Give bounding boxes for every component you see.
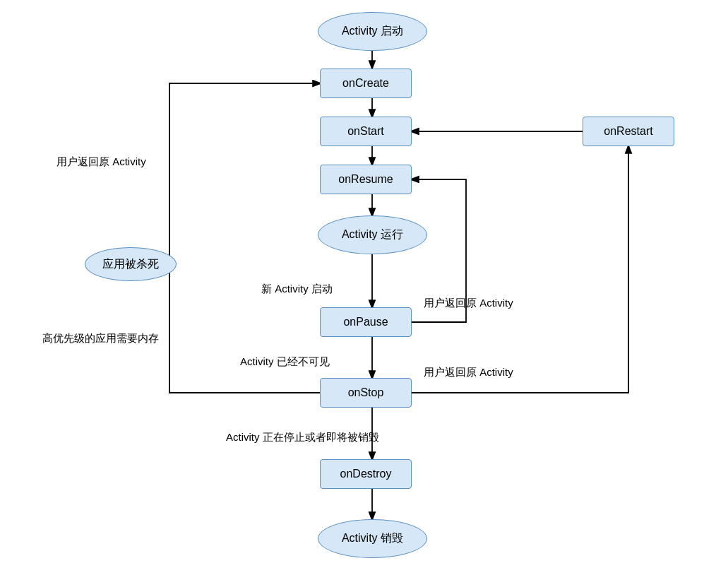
- label-activity-stopping: Activity 正在停止或者即将被销毁: [226, 431, 379, 444]
- onstart-node: onStart: [320, 117, 412, 146]
- oncreate-node: onCreate: [320, 69, 412, 98]
- onstop-node: onStop: [320, 378, 412, 408]
- onrestart-node: onRestart: [583, 117, 674, 146]
- app-killed-node: 应用被杀死: [85, 247, 177, 281]
- activity-destroyed-node: Activity 销毁: [318, 519, 427, 558]
- label-user-return-3: 用户返回原 Activity: [424, 366, 513, 379]
- onresume-node: onResume: [320, 165, 412, 194]
- activity-start-node: Activity 启动: [318, 12, 427, 51]
- label-new-activity-start: 新 Activity 启动: [261, 283, 333, 296]
- ondestroy-node: onDestroy: [320, 459, 412, 489]
- lifecycle-diagram: Activity 启动 onCreate onStart onResume Ac…: [0, 0, 728, 575]
- label-user-return-1: 用户返回原 Activity: [56, 155, 146, 169]
- onpause-node: onPause: [320, 307, 412, 337]
- label-user-return-2: 用户返回原 Activity: [424, 297, 513, 310]
- label-activity-invisible: Activity 已经不可见: [240, 355, 330, 369]
- label-high-priority: 高优先级的应用需要内存: [42, 332, 159, 345]
- activity-running-node: Activity 运行: [318, 215, 427, 254]
